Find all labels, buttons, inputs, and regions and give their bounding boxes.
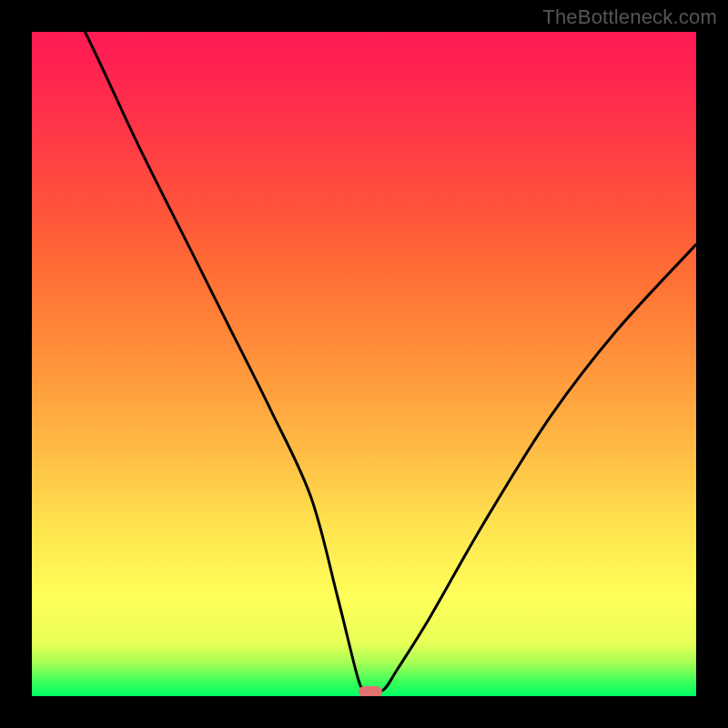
optimal-point-marker: [359, 686, 382, 696]
curve-layer: [32, 32, 696, 696]
chart-frame: TheBottleneck.com: [0, 0, 728, 728]
watermark-text: TheBottleneck.com: [542, 5, 717, 29]
plot-area: [32, 32, 696, 696]
bottleneck-curve-line: [32, 32, 696, 693]
